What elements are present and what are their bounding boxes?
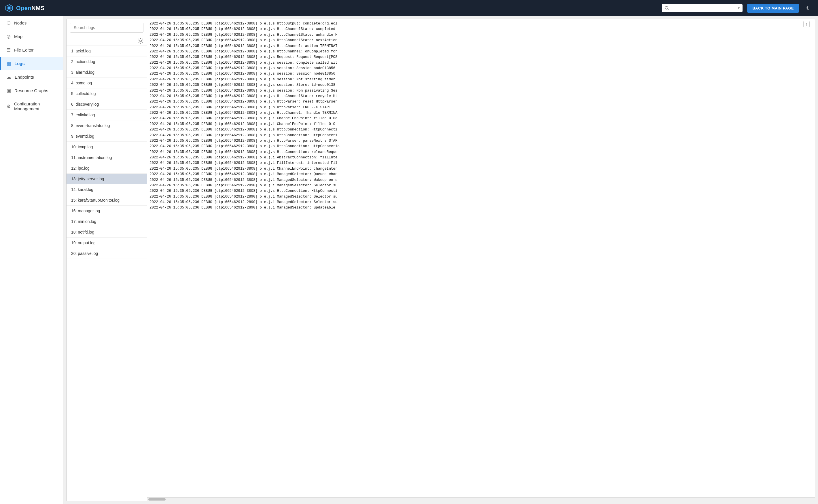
log-line: 2022-04-26 15:35:05,235 DEBUG [qtp166546… bbox=[149, 94, 813, 99]
log-list-settings-button[interactable] bbox=[138, 38, 143, 44]
svg-line-5 bbox=[668, 9, 669, 10]
logo-area: OpenNMS bbox=[5, 3, 45, 13]
log-line: 2022-04-26 15:35:05,235 DEBUG [qtp166546… bbox=[149, 21, 813, 26]
sidebar-item-file-editor[interactable]: ☰ File Editor bbox=[0, 43, 63, 57]
sidebar-item-endpoints-label: Endpoints bbox=[15, 75, 34, 79]
theme-toggle-button[interactable]: ☾ bbox=[804, 3, 813, 13]
main-content: 1: ackd.log2: actiond.log3: alarmd.log4:… bbox=[66, 19, 815, 501]
log-list-item[interactable]: 15: karafStartupMonitor.log bbox=[67, 195, 147, 206]
log-line: 2022-04-26 15:35:05,235 DEBUG [qtp166546… bbox=[149, 26, 813, 32]
log-list-item[interactable]: 3: alarmd.log bbox=[67, 67, 147, 78]
log-list-item[interactable]: 10: icmp.log bbox=[67, 142, 147, 152]
log-line: 2022-04-26 15:35:05,235 DEBUG [qtp166546… bbox=[149, 133, 813, 138]
log-list-item[interactable]: 2: actiond.log bbox=[67, 56, 147, 67]
search-dropdown-icon[interactable]: ▾ bbox=[738, 6, 740, 10]
log-line: 2022-04-26 15:35:05,235 DEBUG [qtp166546… bbox=[149, 172, 813, 177]
log-list-item[interactable]: 4: bsmd.log bbox=[67, 78, 147, 88]
log-list-item[interactable]: 12: ipc.log bbox=[67, 163, 147, 174]
log-line: 2022-04-26 15:35:05,235 DEBUG [qtp166546… bbox=[149, 38, 813, 43]
log-line: 2022-04-26 15:35:05,235 DEBUG [qtp166546… bbox=[149, 160, 813, 166]
log-line: 2022-04-26 15:35:05,235 DEBUG [qtp166546… bbox=[149, 43, 813, 49]
log-viewer-panel: ↑ 2022-04-26 15:35:05,235 DEBUG [qtp1665… bbox=[147, 19, 815, 501]
search-icon bbox=[665, 6, 669, 10]
sidebar-item-resource-graphs-label: Resource Graphs bbox=[14, 88, 48, 93]
log-line: 2022-04-26 15:35:05,235 DEBUG [qtp166546… bbox=[149, 32, 813, 38]
global-search-bar[interactable]: ▾ bbox=[662, 4, 743, 12]
log-list-item[interactable]: 14: karaf.log bbox=[67, 184, 147, 195]
resource-graphs-icon: ▣ bbox=[7, 88, 11, 93]
log-line: 2022-04-26 15:35:05,235 DEBUG [qtp166546… bbox=[149, 166, 813, 172]
log-list-panel: 1: ackd.log2: actiond.log3: alarmd.log4:… bbox=[67, 19, 147, 501]
log-line: 2022-04-26 15:35:05,235 DEBUG [qtp166546… bbox=[149, 155, 813, 160]
sidebar-item-endpoints[interactable]: ☁ Endpoints bbox=[0, 70, 63, 84]
scroll-to-top-button[interactable]: ↑ bbox=[803, 21, 810, 27]
sidebar-item-configuration-management-label: Configuration Management bbox=[14, 101, 57, 111]
sidebar-item-configuration-management[interactable]: ⚙ Configuration Management bbox=[0, 97, 63, 115]
log-file-list: 1: ackd.log2: actiond.log3: alarmd.log4:… bbox=[67, 46, 147, 501]
log-list-item[interactable]: 11: instrumentation.log bbox=[67, 152, 147, 163]
log-list-item[interactable]: 5: collectd.log bbox=[67, 88, 147, 99]
log-line: 2022-04-26 15:35:05,235 DEBUG [qtp166546… bbox=[149, 66, 813, 71]
sidebar-item-resource-graphs[interactable]: ▣ Resource Graphs bbox=[0, 84, 63, 97]
horizontal-scrollbar[interactable] bbox=[147, 497, 815, 501]
log-line: 2022-04-26 15:35:05,235 DEBUG [qtp166546… bbox=[149, 71, 813, 77]
sidebar-item-nodes[interactable]: ⬡ Nodes bbox=[0, 16, 63, 30]
sidebar-item-map-label: Map bbox=[14, 34, 22, 39]
nodes-icon: ⬡ bbox=[7, 20, 11, 26]
log-line: 2022-04-26 15:35:05,235 DEBUG [qtp166546… bbox=[149, 149, 813, 155]
global-search-input[interactable] bbox=[671, 6, 736, 10]
log-line: 2022-04-26 15:35:05,235 DEBUG [qtp166546… bbox=[149, 49, 813, 54]
log-list-item[interactable]: 13: jetty-server.log bbox=[67, 174, 147, 184]
logo-text: OpenNMS bbox=[16, 5, 45, 12]
log-list-item[interactable]: 1: ackd.log bbox=[67, 46, 147, 56]
log-line: 2022-04-26 15:35:05,235 DEBUG [qtp166546… bbox=[149, 110, 813, 116]
sidebar: ⬡ Nodes ◎ Map ☰ File Editor ▦ Logs ☁ End… bbox=[0, 16, 63, 504]
log-content: 2022-04-26 15:35:05,235 DEBUG [qtp166546… bbox=[147, 19, 815, 213]
config-mgmt-icon: ⚙ bbox=[7, 104, 11, 109]
log-list-item[interactable]: 20: passive.log bbox=[67, 248, 147, 259]
log-line: 2022-04-26 15:35:05,235 DEBUG [qtp166546… bbox=[149, 138, 813, 144]
log-line: 2022-04-26 15:35:05,235 DEBUG [qtp166546… bbox=[149, 105, 813, 110]
endpoints-icon: ☁ bbox=[7, 74, 11, 80]
log-list-item[interactable]: 16: manager.log bbox=[67, 206, 147, 216]
sidebar-item-logs[interactable]: ▦ Logs bbox=[0, 57, 63, 70]
log-line: 2022-04-26 15:35:05,235 DEBUG [qtp166546… bbox=[149, 122, 813, 127]
log-search-container bbox=[67, 19, 147, 36]
logs-icon: ▦ bbox=[7, 61, 11, 66]
log-line: 2022-04-26 15:35:05,235 DEBUG [qtp166546… bbox=[149, 54, 813, 60]
scrollbar-thumb[interactable] bbox=[148, 498, 166, 501]
openNMS-logo-icon bbox=[5, 3, 14, 13]
log-list-item[interactable]: 17: minion.log bbox=[67, 216, 147, 227]
log-search-input[interactable] bbox=[70, 23, 143, 33]
log-line: 2022-04-26 15:35:05,235 DEBUG [qtp166546… bbox=[149, 88, 813, 94]
log-line: 2022-04-26 15:35:05,235 DEBUG [qtp166546… bbox=[149, 60, 813, 66]
log-line: 2022-04-26 15:35:05,235 DEBUG [qtp166546… bbox=[149, 99, 813, 105]
svg-point-6 bbox=[140, 40, 141, 42]
sidebar-item-nodes-label: Nodes bbox=[14, 20, 26, 25]
log-list-item[interactable]: 19: output.log bbox=[67, 238, 147, 248]
sidebar-item-logs-label: Logs bbox=[14, 61, 25, 66]
svg-point-4 bbox=[665, 6, 668, 9]
log-list-item[interactable]: 9: eventd.log bbox=[67, 131, 147, 142]
log-line: 2022-04-26 15:35:05,236 DEBUG [qtp166546… bbox=[149, 205, 813, 211]
log-list-item[interactable]: 6: discovery.log bbox=[67, 99, 147, 110]
map-icon: ◎ bbox=[7, 34, 11, 39]
log-line: 2022-04-26 15:35:05,236 DEBUG [qtp166546… bbox=[149, 188, 813, 194]
sidebar-item-map[interactable]: ◎ Map bbox=[0, 30, 63, 43]
log-list-item[interactable]: 7: enlinkd.log bbox=[67, 110, 147, 120]
file-editor-icon: ☰ bbox=[7, 47, 11, 53]
log-line: 2022-04-26 15:35:05,236 DEBUG [qtp166546… bbox=[149, 200, 813, 205]
app-body: ⬡ Nodes ◎ Map ☰ File Editor ▦ Logs ☁ End… bbox=[0, 16, 818, 504]
log-line: 2022-04-26 15:35:05,236 DEBUG [qtp166546… bbox=[149, 194, 813, 200]
log-list-toolbar bbox=[67, 36, 147, 46]
log-list-item[interactable]: 18: notifd.log bbox=[67, 227, 147, 238]
top-nav: OpenNMS ▾ BACK TO MAIN PAGE ☾ bbox=[0, 0, 818, 16]
log-line: 2022-04-26 15:35:05,235 DEBUG [qtp166546… bbox=[149, 144, 813, 149]
log-line: 2022-04-26 15:35:05,236 DEBUG [qtp166546… bbox=[149, 183, 813, 188]
sidebar-item-file-editor-label: File Editor bbox=[14, 48, 34, 52]
log-list-item[interactable]: 8: event-translator.log bbox=[67, 120, 147, 131]
svg-point-3 bbox=[8, 7, 10, 9]
back-to-main-button[interactable]: BACK TO MAIN PAGE bbox=[747, 4, 799, 13]
log-line: 2022-04-26 15:35:05,235 DEBUG [qtp166546… bbox=[149, 77, 813, 82]
log-viewer-scroll[interactable]: 2022-04-26 15:35:05,235 DEBUG [qtp166546… bbox=[147, 19, 815, 497]
